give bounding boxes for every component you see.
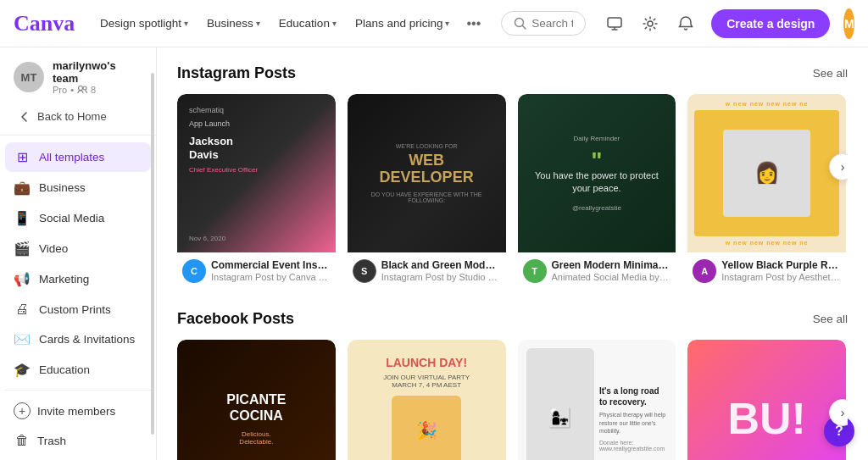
instagram-card-2[interactable]: WE'RE LOOKING FOR WEBDEVELOPER DO YOU HA… — [348, 94, 506, 286]
marketing-icon: 📢 — [14, 271, 31, 287]
facebook-section: Facebook Posts See all PICANTECOCINA Del… — [177, 310, 848, 460]
svg-point-6 — [648, 21, 653, 26]
search-input[interactable] — [531, 17, 573, 30]
sidebar-item-all-templates[interactable]: ⊞ All templates — [5, 142, 151, 172]
chevron-down-icon: ▾ — [184, 19, 188, 28]
search-box[interactable] — [501, 11, 586, 36]
card-thumb-3: T — [523, 259, 547, 283]
create-design-button[interactable]: Create a design — [711, 9, 830, 38]
facebook-card-2[interactable]: LAUNCH DAY! JOIN OUR VIRTUAL PARTYMARCH … — [348, 340, 506, 460]
search-icon — [514, 17, 526, 30]
facebook-cards-row: PICANTECOCINA Delicious.Delectable. P Pi… — [177, 340, 848, 460]
nav-education[interactable]: Education ▾ — [270, 12, 345, 35]
sidebar-item-social-media[interactable]: 📱 Social Media — [5, 203, 151, 233]
plus-icon: + — [14, 402, 31, 419]
svg-point-7 — [78, 86, 82, 91]
canva-logo[interactable]: Canva — [14, 12, 75, 36]
card-sub-3: Animated Social Media by TK Templ… — [552, 272, 671, 282]
card-title-4: Yellow Black Purple Retro Ne… — [721, 259, 841, 273]
more-nav-button[interactable]: ••• — [459, 11, 487, 36]
facebook-card-3[interactable]: 👩‍👧 It's a long road to recovery. Physic… — [518, 340, 676, 460]
nav-plans-pricing[interactable]: Plans and pricing ▾ — [347, 12, 459, 35]
sidebar-item-education[interactable]: 🎓 Education — [5, 355, 151, 380]
instagram-see-all[interactable]: See all — [813, 67, 848, 80]
user-count-icon — [77, 85, 87, 95]
trash-button[interactable]: 🗑 Trash — [5, 426, 151, 455]
sidebar-divider-bottom — [5, 390, 151, 391]
main-content: Instagram Posts See all schematiq App La… — [157, 47, 868, 460]
print-icon: 🖨 — [14, 302, 31, 317]
svg-point-8 — [83, 86, 86, 90]
grid-icon: ⊞ — [14, 149, 31, 165]
sidebar-bottom: + Invite members 🗑 Trash — [0, 380, 156, 460]
briefcase-icon: 💼 — [14, 180, 31, 196]
facebook-card-4[interactable]: BU! B Bold Typography Post Facebook Post… — [687, 340, 846, 460]
back-arrow-icon — [19, 111, 31, 123]
video-icon: 🎬 — [14, 241, 31, 257]
facebook-section-title: Facebook Posts — [177, 310, 294, 328]
svg-text:Canva: Canva — [14, 12, 75, 36]
facebook-section-header: Facebook Posts See all — [177, 310, 848, 328]
trash-icon: 🗑 — [14, 433, 31, 448]
sidebar-items-list: ⊞ All templates 💼 Business 📱 Social Medi… — [0, 141, 156, 380]
card-thumb-2: S — [353, 259, 376, 283]
nav-design-spotlight[interactable]: Design spotlight ▾ — [92, 12, 197, 35]
instagram-section-title: Instagram Posts — [177, 64, 296, 82]
top-navigation: Canva Design spotlight ▾ Business ▾ Educ… — [0, 0, 868, 47]
back-to-home-button[interactable]: Back to Home — [5, 103, 151, 130]
facebook-see-all[interactable]: See all — [813, 313, 848, 325]
team-avatar: MT — [14, 62, 44, 92]
user-avatar[interactable]: M — [843, 8, 854, 39]
card-title-1: Commercial Event Instagram … — [211, 259, 331, 273]
notification-icon[interactable] — [670, 8, 701, 39]
main-layout: MT marilynwo's team Pro • 8 Back to Home — [0, 47, 868, 460]
social-icon: 📱 — [14, 210, 31, 226]
topnav-icon-group — [599, 8, 701, 39]
card-sub-2: Instagram Post by Studio Saera — [381, 272, 501, 282]
svg-line-2 — [523, 26, 526, 30]
instagram-card-3[interactable]: Daily Reminder " You have the power to p… — [518, 94, 676, 286]
instagram-card-1[interactable]: schematiq App Launch JacksonDavis Chief … — [177, 94, 336, 286]
sidebar-user-info[interactable]: MT marilynwo's team Pro • 8 — [0, 47, 156, 103]
sidebar-item-custom-prints[interactable]: 🖨 Custom Prints — [5, 295, 151, 324]
card-title-3: Green Modern Minimalist Basi… — [552, 259, 671, 273]
chevron-down-icon: ▾ — [332, 19, 337, 28]
card-thumb-1: C — [182, 259, 206, 283]
sidebar-item-marketing[interactable]: 📢 Marketing — [5, 264, 151, 294]
nav-business[interactable]: Business ▾ — [198, 12, 269, 35]
sidebar-item-business[interactable]: 💼 Business — [5, 173, 151, 202]
card-sub-4: Instagram Post by Aesthetic Studio — [721, 272, 841, 282]
settings-icon[interactable] — [635, 8, 665, 39]
sidebar-divider — [0, 135, 156, 136]
facebook-card-1[interactable]: PICANTECOCINA Delicious.Delectable. P Pi… — [177, 340, 336, 460]
sidebar-scrollbar[interactable] — [151, 73, 154, 435]
sidebar: MT marilynwo's team Pro • 8 Back to Home — [0, 47, 157, 460]
invite-members-button[interactable]: + Invite members — [5, 396, 151, 426]
cards-icon: ✉️ — [14, 331, 31, 347]
sidebar-item-video[interactable]: 🎬 Video — [5, 234, 151, 263]
card-sub-1: Instagram Post by Canva Creative S… — [211, 272, 331, 282]
card-title-2: Black and Green Modern Hirin… — [381, 259, 501, 273]
team-name: marilynwo's team — [53, 59, 142, 85]
user-meta: Pro • 8 — [53, 85, 142, 95]
monitor-icon[interactable] — [599, 8, 630, 39]
card-thumb-4: A — [693, 259, 716, 283]
instagram-card-4[interactable]: w new new new new ne 👩 w new new new new… — [687, 94, 846, 286]
instagram-section-header: Instagram Posts See all — [177, 64, 848, 82]
sidebar-item-cards-invitations[interactable]: ✉️ Cards & Invitations — [5, 324, 151, 354]
instagram-cards-row: schematiq App Launch JacksonDavis Chief … — [177, 94, 848, 286]
chevron-down-icon: ▾ — [256, 19, 260, 28]
nav-links: Design spotlight ▾ Business ▾ Education … — [92, 11, 487, 36]
svg-rect-3 — [608, 18, 621, 27]
chevron-down-icon: ▾ — [445, 19, 449, 28]
instagram-section: Instagram Posts See all schematiq App La… — [177, 64, 848, 286]
education-icon: 🎓 — [14, 362, 31, 378]
